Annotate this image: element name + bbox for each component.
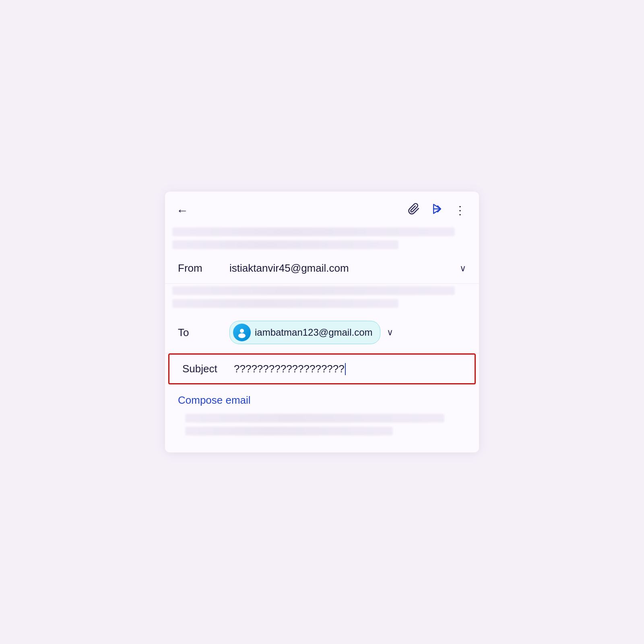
top-bar: ← ⋮ — [165, 192, 479, 227]
back-button[interactable]: ← — [176, 204, 188, 217]
subject-value: ??????????????????? — [234, 363, 345, 375]
to-field-row: To iambatman123@gmail.com ∨ — [165, 312, 479, 353]
top-actions: ⋮ — [408, 203, 466, 218]
to-email-value: iambatman123@gmail.com — [255, 327, 373, 338]
blurred-row-1 — [172, 227, 455, 236]
to-label: To — [178, 326, 222, 339]
email-compose-card: ← ⋮ From is — [165, 192, 479, 452]
text-cursor — [345, 363, 346, 375]
attach-icon[interactable] — [408, 203, 420, 218]
send-button[interactable] — [431, 203, 443, 218]
more-options-button[interactable]: ⋮ — [454, 204, 466, 217]
from-chevron-icon[interactable]: ∨ — [460, 263, 466, 274]
to-chip[interactable]: iambatman123@gmail.com — [229, 321, 380, 344]
from-field-row: From istiaktanvir45@gmail.com ∨ — [165, 253, 479, 284]
recipient-avatar — [233, 324, 251, 341]
compose-label: Compose email — [178, 394, 466, 407]
blurred-row-3 — [172, 286, 455, 295]
subject-label: Subject — [182, 363, 227, 375]
from-value: istiaktanvir45@gmail.com — [229, 262, 453, 275]
compose-blur-2 — [185, 427, 393, 436]
compose-blur-1 — [185, 414, 444, 423]
subject-input-area[interactable]: ??????????????????? — [234, 363, 462, 375]
blurred-row-2 — [172, 240, 398, 249]
from-label: From — [178, 262, 222, 275]
svg-point-3 — [238, 333, 246, 338]
subject-field-row[interactable]: Subject ??????????????????? — [168, 353, 476, 384]
compose-area[interactable]: Compose email — [165, 384, 479, 452]
svg-point-2 — [240, 329, 244, 333]
blurred-row-4 — [172, 299, 398, 308]
to-chevron-icon[interactable]: ∨ — [387, 327, 393, 338]
compose-blur-rows — [178, 414, 466, 436]
